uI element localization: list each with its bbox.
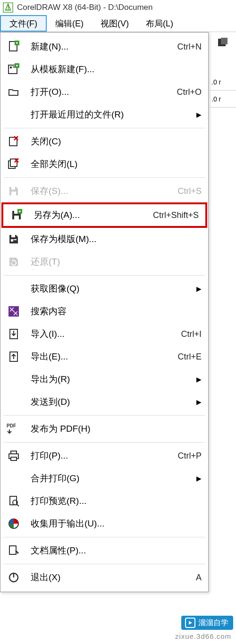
menu-item-exit[interactable]: 退出(X) A bbox=[0, 566, 208, 589]
menu-item-open[interactable]: 打开(O)... Ctrl+O bbox=[0, 81, 208, 103]
shortcut: Ctrl+E bbox=[177, 352, 202, 362]
separator bbox=[3, 415, 205, 416]
menu-item-save-as[interactable]: 另存为(A)... Ctrl+Shift+S bbox=[1, 202, 207, 228]
menu-label: 收集用于输出(U)... bbox=[31, 518, 202, 530]
blank-icon bbox=[5, 372, 22, 387]
menu-item-close[interactable]: 关闭(C) bbox=[0, 130, 208, 153]
menu-label: 保存为模版(M)... bbox=[31, 233, 202, 245]
menu-label: 发送到(D) bbox=[31, 396, 196, 408]
menu-item-save-template[interactable]: 保存为模版(M)... bbox=[0, 228, 208, 251]
exit-icon bbox=[5, 570, 22, 585]
menu-label: 打开最近用过的文件(R) bbox=[31, 109, 196, 121]
svg-rect-15 bbox=[14, 211, 18, 214]
menu-edit[interactable]: 编辑(E) bbox=[47, 15, 92, 32]
menu-item-open-recent[interactable]: 打开最近用过的文件(R) ▶ bbox=[0, 103, 208, 126]
menubar: 文件(F) 编辑(E) 视图(V) 布局(L) bbox=[0, 15, 236, 32]
menu-label: 获取图像(Q) bbox=[31, 283, 196, 295]
svg-text:PDF: PDF bbox=[7, 423, 16, 428]
chevron-right-icon: ▶ bbox=[196, 111, 202, 118]
menu-label: 导出(E)... bbox=[31, 351, 168, 363]
svg-rect-30 bbox=[9, 546, 16, 554]
menu-label: 搜索内容 bbox=[31, 305, 202, 318]
shortcut: Ctrl+N bbox=[177, 42, 202, 52]
save-template-icon bbox=[5, 232, 22, 247]
menu-view[interactable]: 视图(V) bbox=[92, 15, 137, 32]
menu-label: 导出为(R) bbox=[31, 373, 196, 385]
svg-rect-12 bbox=[11, 192, 16, 195]
chevron-right-icon: ▶ bbox=[196, 475, 202, 482]
new-icon bbox=[5, 39, 22, 54]
menu-item-print-preview[interactable]: 打印预览(R)... bbox=[0, 490, 208, 512]
menu-item-search-content[interactable]: 搜索内容 bbox=[0, 300, 208, 323]
menu-label: 关闭(C) bbox=[31, 135, 202, 148]
save-as-icon bbox=[8, 208, 25, 223]
side-panel: .0 r .0 r bbox=[210, 32, 236, 108]
separator bbox=[3, 128, 205, 128]
pdf-icon: PDF bbox=[5, 421, 22, 436]
save-icon bbox=[5, 184, 22, 199]
shortcut: Ctrl+Shift+S bbox=[153, 210, 199, 220]
menu-item-export[interactable]: 导出(E)... Ctrl+E bbox=[0, 345, 208, 368]
menu-item-acquire-image[interactable]: 获取图像(Q) ▶ bbox=[0, 277, 208, 300]
revert-icon bbox=[5, 254, 22, 269]
menu-label: 保存(S)... bbox=[31, 185, 168, 197]
menu-item-collect-output[interactable]: 收集用于输出(U)... bbox=[0, 512, 208, 535]
blank-icon bbox=[5, 281, 22, 296]
menu-label: 打开(O)... bbox=[31, 86, 167, 98]
menu-item-new-from-template[interactable]: 从模板新建(F)... bbox=[0, 58, 208, 81]
svg-rect-14 bbox=[14, 216, 19, 219]
blank-icon bbox=[5, 471, 22, 486]
menu-item-new[interactable]: 新建(N)... Ctrl+N bbox=[0, 35, 208, 58]
svg-rect-13 bbox=[11, 187, 15, 190]
separator bbox=[3, 442, 205, 443]
menu-item-close-all[interactable]: 全部关闭(L) bbox=[0, 153, 208, 176]
watermark-brand: 溜溜自学 bbox=[198, 618, 228, 628]
svg-rect-19 bbox=[11, 235, 15, 237]
shortcut: Ctrl+I bbox=[181, 329, 202, 339]
menu-item-print-merge[interactable]: 合并打印(G) ▶ bbox=[0, 467, 208, 490]
menu-item-import[interactable]: 导入(I)... Ctrl+I bbox=[0, 323, 208, 345]
chevron-right-icon: ▶ bbox=[196, 398, 202, 406]
shortcut: Ctrl+S bbox=[177, 186, 202, 196]
menu-file[interactable]: 文件(F) bbox=[0, 15, 47, 32]
open-icon bbox=[5, 84, 22, 100]
play-icon bbox=[185, 618, 195, 628]
print-preview-icon bbox=[5, 493, 22, 509]
menu-label: 还原(T) bbox=[31, 256, 202, 268]
svg-rect-17 bbox=[11, 239, 13, 242]
menu-item-revert: 还原(T) bbox=[0, 251, 208, 273]
blank-icon bbox=[5, 394, 22, 410]
menu-item-save: 保存(S)... Ctrl+S bbox=[0, 180, 208, 202]
menu-label: 另存为(A)... bbox=[34, 209, 143, 221]
side-value-2: .0 r bbox=[210, 91, 236, 108]
menu-label: 文档属性(P)... bbox=[31, 544, 202, 557]
menu-item-send-to[interactable]: 发送到(D) ▶ bbox=[0, 391, 208, 413]
chevron-right-icon: ▶ bbox=[196, 376, 202, 383]
menu-label: 合并打印(G) bbox=[31, 472, 196, 485]
app-icon bbox=[3, 2, 13, 13]
svg-rect-2 bbox=[221, 38, 228, 44]
blank-icon bbox=[5, 107, 22, 122]
side-toolbar-icon[interactable] bbox=[210, 32, 236, 53]
shortcut: Ctrl+P bbox=[177, 451, 202, 461]
svg-rect-18 bbox=[14, 239, 17, 240]
print-icon bbox=[5, 448, 22, 463]
titlebar: CorelDRAW X8 (64-Bit) - D:\Documen bbox=[0, 0, 236, 15]
shortcut: Ctrl+O bbox=[177, 87, 202, 97]
collect-icon bbox=[5, 516, 22, 531]
menu-label: 全部关闭(L) bbox=[31, 158, 202, 170]
menu-label: 导入(I)... bbox=[31, 328, 171, 340]
file-menu-dropdown: 新建(N)... Ctrl+N 从模板新建(F)... 打开(O)... Ctr… bbox=[0, 32, 209, 592]
menu-layout[interactable]: 布局(L) bbox=[137, 15, 182, 32]
close-all-icon bbox=[5, 157, 22, 172]
svg-rect-6 bbox=[10, 67, 12, 68]
menu-item-doc-properties[interactable]: 文档属性(P)... bbox=[0, 539, 208, 562]
template-new-icon bbox=[5, 62, 22, 77]
watermark-logo: 溜溜自学 bbox=[181, 616, 233, 630]
separator bbox=[3, 275, 205, 276]
menu-item-publish-pdf[interactable]: PDF 发布为 PDF(H) bbox=[0, 418, 208, 440]
separator bbox=[3, 177, 205, 178]
separator bbox=[3, 537, 205, 537]
menu-item-print[interactable]: 打印(P)... Ctrl+P bbox=[0, 444, 208, 467]
menu-item-export-for[interactable]: 导出为(R) ▶ bbox=[0, 368, 208, 391]
